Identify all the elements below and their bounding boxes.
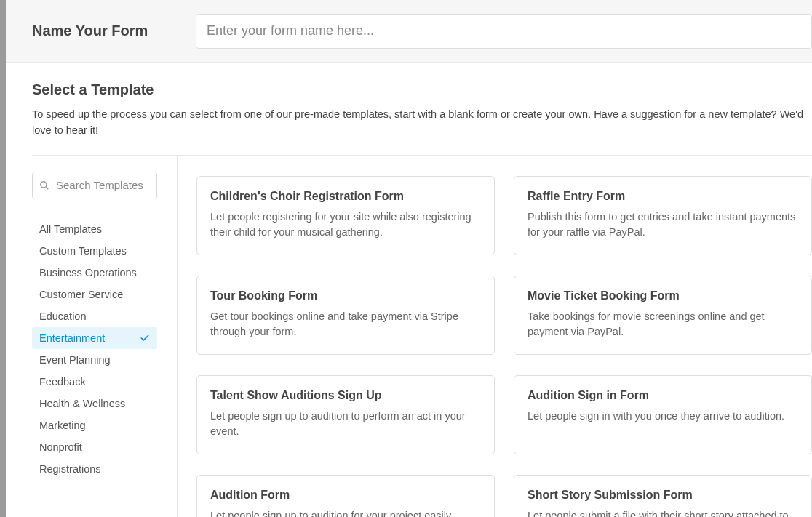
intro-text: To speed up the process you can select f… xyxy=(32,108,448,120)
template-title: Audition Form xyxy=(210,489,481,502)
category-label: Event Planning xyxy=(39,354,111,366)
template-card[interactable]: Children's Choir Registration FormLet pe… xyxy=(196,176,495,255)
template-description: Let people sign up to audition for your … xyxy=(210,508,481,517)
category-label: Business Operations xyxy=(39,267,137,278)
template-description: Take bookings for movie screenings onlin… xyxy=(528,309,798,340)
template-title: Tour Booking Form xyxy=(210,289,481,302)
sidebar: All TemplatesCustom TemplatesBusiness Op… xyxy=(32,156,178,518)
form-name-input[interactable] xyxy=(196,14,812,49)
category-label: Custom Templates xyxy=(39,245,127,257)
template-description: Let people sign up to audition to perfor… xyxy=(210,409,481,439)
section-title: Select a Template xyxy=(32,81,812,98)
intro-text: . Have a suggestion for a new template? xyxy=(588,108,780,120)
template-title: Raffle Entry Form xyxy=(528,190,798,203)
category-item[interactable]: Nonprofit xyxy=(32,436,157,458)
category-item[interactable]: Business Operations xyxy=(32,262,157,284)
category-item[interactable]: All Templates xyxy=(32,218,157,240)
category-item[interactable]: Registrations xyxy=(32,458,157,480)
template-grid: Children's Choir Registration FormLet pe… xyxy=(178,156,812,518)
template-title: Talent Show Auditions Sign Up xyxy=(210,389,481,402)
category-item[interactable]: Custom Templates xyxy=(32,240,157,262)
template-card[interactable]: Audition FormLet people sign up to audit… xyxy=(196,475,495,517)
search-wrap xyxy=(32,172,157,199)
template-title: Children's Choir Registration Form xyxy=(210,190,481,203)
category-item[interactable]: Feedback xyxy=(32,371,157,393)
content-area: Select a Template To speed up the proces… xyxy=(6,63,812,517)
category-label: Customer Service xyxy=(39,289,123,300)
category-label: Feedback xyxy=(39,376,86,388)
template-description: Let people registering for your site whi… xyxy=(210,209,481,240)
template-description: Let people submit a file with their shor… xyxy=(528,508,798,517)
template-title: Movie Ticket Booking Form xyxy=(528,289,798,302)
form-name-header: Name Your Form xyxy=(6,0,812,63)
svg-line-1 xyxy=(46,187,48,189)
template-card[interactable]: Audition Sign in FormLet people sign in … xyxy=(514,375,812,454)
category-item[interactable]: Event Planning xyxy=(32,349,157,371)
template-description: Get tour bookings online and take paymen… xyxy=(210,309,481,340)
category-item[interactable]: Education xyxy=(32,305,157,327)
template-description: Let people sign in with you once they ar… xyxy=(528,409,798,424)
window-edge xyxy=(0,0,6,517)
svg-point-0 xyxy=(41,181,47,187)
category-label: All Templates xyxy=(39,223,102,235)
category-item[interactable]: Entertainment xyxy=(32,327,157,349)
section-intro: To speed up the process you can select f… xyxy=(32,107,812,139)
intro-text: ! xyxy=(95,124,98,136)
search-icon xyxy=(39,180,49,191)
check-icon xyxy=(140,333,150,343)
category-label: Marketing xyxy=(39,420,86,431)
search-templates-input[interactable] xyxy=(32,172,157,199)
category-label: Entertainment xyxy=(39,332,105,344)
template-card[interactable]: Movie Ticket Booking FormTake bookings f… xyxy=(514,276,812,355)
category-label: Health & Wellness xyxy=(39,398,125,409)
category-item[interactable]: Health & Wellness xyxy=(32,393,157,414)
category-item[interactable]: Customer Service xyxy=(32,284,157,305)
template-card[interactable]: Short Story Submission FormLet people su… xyxy=(514,475,812,517)
blank-form-link[interactable]: blank form xyxy=(448,108,498,120)
template-card[interactable]: Raffle Entry FormPublish this form to ge… xyxy=(514,176,812,255)
template-title: Short Story Submission Form xyxy=(528,489,798,502)
category-label: Registrations xyxy=(39,463,101,475)
form-name-label: Name Your Form xyxy=(32,23,196,39)
body-row: All TemplatesCustom TemplatesBusiness Op… xyxy=(32,156,812,518)
category-list: All TemplatesCustom TemplatesBusiness Op… xyxy=(32,218,157,480)
category-label: Nonprofit xyxy=(39,441,82,453)
template-card[interactable]: Talent Show Auditions Sign UpLet people … xyxy=(196,375,495,454)
category-item[interactable]: Marketing xyxy=(32,414,157,436)
template-card[interactable]: Tour Booking FormGet tour bookings onlin… xyxy=(196,276,495,355)
create-your-own-link[interactable]: create your own xyxy=(513,108,588,120)
template-description: Publish this form to get entries and tak… xyxy=(528,209,798,240)
category-label: Education xyxy=(39,310,87,322)
template-title: Audition Sign in Form xyxy=(528,389,798,402)
intro-text: or xyxy=(498,108,513,120)
